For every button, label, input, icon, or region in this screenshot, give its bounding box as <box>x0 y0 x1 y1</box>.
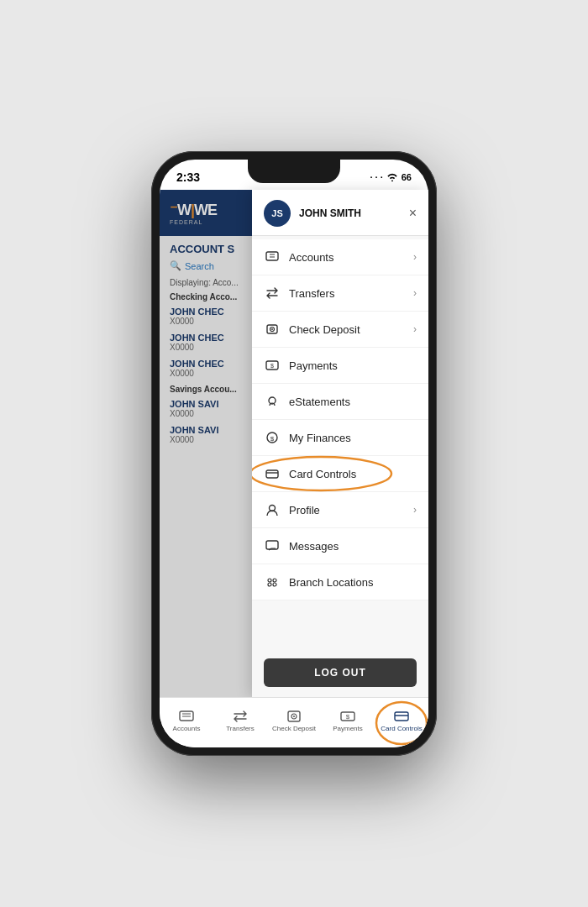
check-deposit-chevron: › <box>413 323 417 335</box>
menu-item-payments[interactable]: $ Payments <box>252 348 428 384</box>
nav-payments-label: Payments <box>333 725 363 732</box>
menu-item-branch-locations[interactable]: Branch Locations <box>252 564 428 600</box>
nav-transfers-label: Transfers <box>226 725 255 732</box>
nav-payments-icon: $ <box>340 710 355 723</box>
phone-notch <box>248 160 340 183</box>
svg-text:$: $ <box>270 435 275 443</box>
nav-transfers-icon <box>233 710 248 723</box>
card-controls-label: Card Controls <box>289 468 417 480</box>
accounts-chevron: › <box>413 251 417 263</box>
status-time: 2:33 <box>176 170 200 184</box>
check-deposit-icon <box>264 321 281 338</box>
bottom-nav: Accounts Transfers Check Deposit $ <box>160 697 428 747</box>
my-finances-icon: $ <box>264 429 281 446</box>
side-drawer: JS JOHN SMITH × Accounts › <box>252 190 428 697</box>
my-finances-label: My Finances <box>289 432 417 444</box>
estatements-label: eStatements <box>289 396 417 408</box>
profile-icon <box>264 501 281 518</box>
svg-point-13 <box>268 579 271 582</box>
branch-locations-icon <box>264 574 281 590</box>
nav-item-card-controls[interactable]: Card Controls <box>375 698 428 747</box>
nav-accounts-icon <box>179 710 194 723</box>
nav-card-controls-label: Card Controls <box>381 725 422 732</box>
svg-point-20 <box>293 716 295 717</box>
nav-item-check-deposit[interactable]: Check Deposit <box>267 698 321 747</box>
menu-item-transfers[interactable]: Transfers › <box>252 275 428 312</box>
nav-check-deposit-icon <box>286 710 302 723</box>
nav-accounts-label: Accounts <box>173 725 201 732</box>
svg-point-14 <box>273 579 276 582</box>
svg-text:$: $ <box>270 363 274 369</box>
menu-item-check-deposit[interactable]: Check Deposit › <box>252 312 428 348</box>
menu-item-messages[interactable]: Messages <box>252 528 428 564</box>
menu-item-my-finances[interactable]: $ My Finances <box>252 420 428 456</box>
status-icons: · · · 66 <box>370 172 412 182</box>
accounts-icon <box>264 249 281 265</box>
menu-item-accounts[interactable]: Accounts › <box>252 239 428 275</box>
phone-screen: 2:33 · · · 66 ⁻W|WE FEDERAL ACCOUNT S <box>160 160 428 747</box>
messages-label: Messages <box>289 540 417 553</box>
drawer-header: JS JOHN SMITH × <box>252 190 428 236</box>
phone-frame: 2:33 · · · 66 ⁻W|WE FEDERAL ACCOUNT S <box>151 151 437 756</box>
nav-item-accounts[interactable]: Accounts <box>160 698 213 747</box>
estatements-icon <box>264 393 281 410</box>
nav-card-controls-icon <box>394 710 409 723</box>
svg-rect-0 <box>266 252 278 260</box>
transfers-icon <box>264 285 281 301</box>
battery-label: 66 <box>402 172 412 182</box>
card-controls-icon <box>264 465 281 482</box>
menu-item-profile[interactable]: Profile › <box>252 492 428 528</box>
svg-point-3 <box>271 328 273 330</box>
drawer-username: JOHN SMITH <box>299 207 401 219</box>
profile-label: Profile <box>289 504 405 516</box>
nav-check-deposit-label: Check Deposit <box>272 725 316 732</box>
nav-item-transfers[interactable]: Transfers <box>213 698 267 747</box>
payments-label: Payments <box>289 359 417 372</box>
transfers-label: Transfers <box>289 287 405 300</box>
svg-rect-23 <box>395 712 408 721</box>
menu-item-card-controls[interactable]: Card Controls <box>252 456 428 492</box>
dots-icon: · · · <box>370 172 382 182</box>
svg-rect-9 <box>266 470 278 478</box>
messages-icon <box>264 537 281 554</box>
transfers-chevron: › <box>413 287 417 299</box>
wifi-icon <box>386 173 398 181</box>
nav-item-payments[interactable]: $ Payments <box>321 698 375 747</box>
drawer-logout: LOG OUT <box>252 648 428 697</box>
menu-item-estatements[interactable]: eStatements <box>252 384 428 420</box>
payments-icon: $ <box>264 357 281 374</box>
accounts-label: Accounts <box>289 251 405 264</box>
check-deposit-label: Check Deposit <box>289 323 405 336</box>
svg-point-16 <box>273 583 276 586</box>
profile-chevron: › <box>413 504 417 516</box>
logout-button[interactable]: LOG OUT <box>264 658 417 687</box>
svg-text:$: $ <box>346 713 350 721</box>
svg-point-15 <box>268 583 271 586</box>
close-button[interactable]: × <box>409 206 417 221</box>
branch-locations-label: Branch Locations <box>289 576 417 589</box>
avatar: JS <box>264 200 291 227</box>
drawer-menu: Accounts › Transfers › Check Depos <box>252 236 428 648</box>
